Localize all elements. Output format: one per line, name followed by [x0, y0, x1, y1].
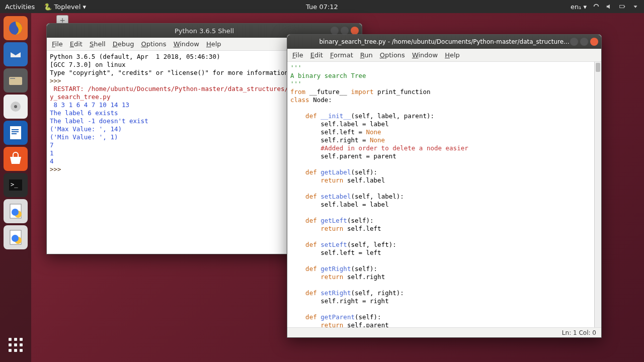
menu-options[interactable]: Options: [141, 40, 166, 48]
menu-window[interactable]: Window: [412, 51, 438, 59]
menu-edit[interactable]: Edit: [70, 40, 83, 48]
cursor-position: Ln: 1 Col: 0: [562, 329, 596, 336]
menu-file[interactable]: File: [52, 40, 63, 48]
minimize-button[interactable]: [570, 38, 578, 46]
menu-format[interactable]: Format: [330, 51, 353, 59]
top-panel: Activities 🐍 Toplevel ▾ Tue 07:12 en₁ ▾: [0, 0, 644, 13]
svg-rect-1: [624, 6, 625, 7]
close-button[interactable]: [590, 38, 598, 46]
power-icon[interactable]: [632, 3, 639, 10]
python-icon: 🐍: [44, 3, 52, 11]
menu-window[interactable]: Window: [174, 40, 199, 48]
svg-point-19: [12, 235, 19, 242]
rhythmbox-icon[interactable]: [4, 95, 28, 119]
menu-file[interactable]: File: [292, 51, 303, 59]
svg-rect-9: [12, 129, 19, 130]
svg-rect-5: [10, 78, 15, 79]
terminal-icon[interactable]: >_: [4, 173, 28, 197]
clock[interactable]: Tue 07:12: [306, 3, 338, 11]
editor-menubar: File Edit Format Run Options Window Help: [287, 49, 601, 62]
editor-titlebar[interactable]: binary_search_tree.py - /home/ubuntu/Doc…: [287, 35, 601, 49]
maximize-button[interactable]: [580, 38, 588, 46]
svg-rect-10: [12, 131, 19, 132]
scrollbar[interactable]: [594, 62, 601, 327]
dock: >_: [0, 13, 31, 362]
svg-text:>_: >_: [11, 181, 18, 188]
menu-help[interactable]: Help: [445, 51, 460, 59]
svg-point-16: [12, 209, 19, 216]
app-menu[interactable]: 🐍 Toplevel ▾: [44, 3, 86, 11]
svg-rect-11: [12, 133, 17, 134]
svg-rect-8: [10, 126, 21, 139]
menu-options[interactable]: Options: [380, 51, 405, 59]
ubuntu-software-icon[interactable]: [4, 147, 28, 171]
files-icon[interactable]: [4, 68, 28, 93]
firefox-icon[interactable]: [4, 16, 28, 40]
editor-statusbar: Ln: 1 Col: 0: [287, 327, 601, 337]
idle-icon-2[interactable]: [4, 225, 28, 249]
language-indicator[interactable]: en₁ ▾: [571, 3, 587, 11]
maximize-button[interactable]: [341, 27, 349, 35]
editor-window: binary_search_tree.py - /home/ubuntu/Doc…: [287, 34, 602, 338]
shell-title: Python 3.6.5 Shell: [175, 27, 234, 35]
menu-debug[interactable]: Debug: [113, 40, 134, 48]
libreoffice-writer-icon[interactable]: [4, 121, 28, 145]
minimize-button[interactable]: [331, 27, 339, 35]
menu-shell[interactable]: Shell: [90, 40, 106, 48]
svg-rect-0: [620, 5, 624, 8]
editor-title: binary_search_tree.py - /home/ubuntu/Doc…: [319, 38, 569, 45]
code-editor[interactable]: ''' A binary search Tree ''' from __futu…: [287, 62, 601, 327]
menu-run[interactable]: Run: [360, 51, 373, 59]
activities-button[interactable]: Activities: [5, 3, 35, 11]
svg-point-7: [14, 105, 17, 108]
menu-edit[interactable]: Edit: [310, 51, 323, 59]
thunderbird-icon[interactable]: [4, 42, 28, 66]
network-icon[interactable]: [593, 3, 600, 10]
show-applications-icon[interactable]: [6, 335, 26, 355]
menu-help[interactable]: Help: [206, 40, 221, 48]
volume-icon[interactable]: [606, 3, 613, 10]
battery-icon[interactable]: [619, 3, 626, 10]
idle-icon-active[interactable]: [4, 199, 28, 223]
close-button[interactable]: [351, 27, 359, 35]
